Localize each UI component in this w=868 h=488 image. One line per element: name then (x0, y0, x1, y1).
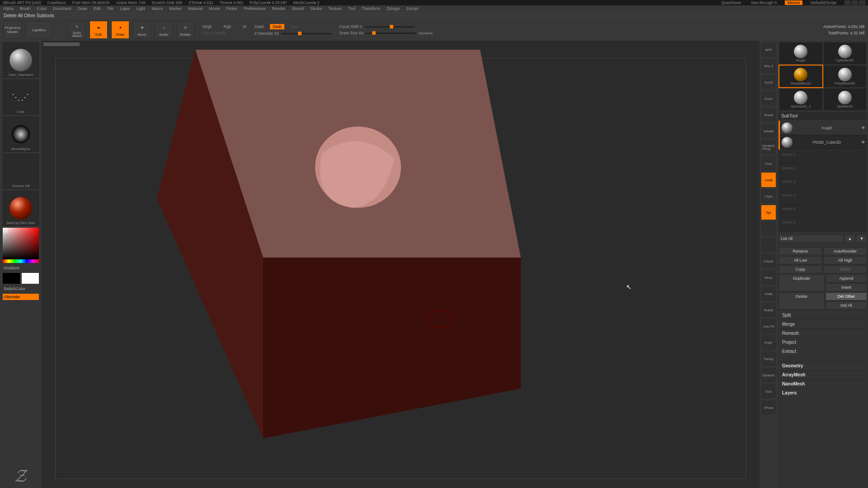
texture-selector[interactable]: Texture Off (3, 154, 39, 189)
menu-macro[interactable]: Macro (150, 6, 164, 11)
menu-tool[interactable]: Tool (347, 6, 357, 11)
shelf-btn12[interactable] (761, 238, 776, 252)
switchcolor-button[interactable]: SwitchColor (3, 286, 39, 292)
rename-button[interactable]: Rename (778, 247, 822, 255)
edit-mode-button[interactable]: ⬌Edit (90, 21, 108, 39)
section-project[interactable]: Project (778, 338, 867, 347)
zcut-toggle[interactable]: Zcut (291, 24, 299, 29)
shelf-btn11[interactable] (761, 221, 776, 236)
subtool-pm3d_cube3d[interactable]: PM3D_Cube3D👁 (780, 135, 867, 150)
visibility-icon[interactable]: 👁 (861, 126, 865, 130)
menu-zscript[interactable]: Zscript (405, 6, 420, 11)
rotate-mode-button[interactable]: ⟳Rotate (176, 21, 194, 39)
zsub-toggle[interactable]: Zsub (270, 24, 284, 29)
menu-stencil[interactable]: Stencil (290, 6, 305, 11)
shelf-aahalf[interactable]: AAHalf (761, 124, 776, 138)
section-layers[interactable]: Layers (778, 388, 867, 397)
stroke-selector[interactable]: ⋱⋰ Dots (3, 80, 39, 115)
alpha-selector[interactable]: BrushAlpha (3, 117, 39, 152)
section-arraymesh[interactable]: ArrayMesh (778, 370, 867, 379)
shelf-dynamic[interactable]: Dynamic (761, 368, 776, 382)
shelf-dynamic-persp[interactable]: Dynamic Persp (761, 140, 776, 155)
menus-toggle[interactable]: Menus (785, 0, 802, 5)
shelf-xyz[interactable]: Xyz (761, 205, 776, 220)
shelf-zoom[interactable]: Zoom (761, 91, 776, 106)
seethrough-slider[interactable]: See-through 0 (749, 0, 778, 5)
section-extract[interactable]: Extract (778, 347, 867, 356)
section-geometry[interactable]: Geometry (778, 361, 867, 370)
delete-button[interactable]: Delete (778, 292, 825, 310)
shelf-lsym[interactable]: LSym (761, 189, 776, 203)
menu-color[interactable]: Color (36, 6, 48, 11)
shelf-scroll[interactable]: Scroll (761, 75, 776, 89)
menu-preferences[interactable]: Preferences (242, 6, 267, 11)
menu-stroke[interactable]: Stroke (309, 6, 323, 11)
shelf-scale[interactable]: Scale (761, 286, 776, 301)
autoreorder-button[interactable]: AutoReorder (823, 247, 867, 255)
shelf-actual[interactable]: Actual (761, 108, 776, 122)
menu-render[interactable]: Render (271, 6, 287, 11)
rgb-toggle[interactable]: Rgb (224, 24, 231, 29)
gradient-toggle[interactable]: Gradient (3, 265, 39, 271)
minimize-icon[interactable] (844, 0, 851, 5)
move-mode-button[interactable]: ✥Move (133, 21, 151, 39)
paste-button[interactable]: Paste (823, 265, 867, 273)
arrow-up-icon[interactable]: ▲ (844, 235, 855, 243)
tool-simplebrush[interactable]: SimpleBrush (779, 66, 822, 87)
all-high-button[interactable]: All High (823, 256, 867, 264)
section-nanomesh[interactable]: NanoMesh (778, 379, 867, 388)
shelf-spix-3[interactable]: SPix 3 (761, 59, 776, 73)
menu-marker[interactable]: Marker (168, 6, 183, 11)
section-split[interactable]: Split (778, 310, 867, 319)
menu-edit[interactable]: Edit (92, 6, 102, 11)
projection-master-button[interactable]: Projection Master (4, 21, 22, 39)
m-toggle[interactable]: M (243, 24, 246, 29)
draw-size-slider[interactable]: Draw Size 64 (340, 31, 364, 35)
subtool-header[interactable]: SubTool (778, 112, 867, 120)
shelf-rotate[interactable]: Rotate (761, 303, 776, 317)
menu-material[interactable]: Material (187, 6, 204, 11)
insert-button[interactable]: Insert (826, 283, 867, 291)
menu-draw[interactable]: Draw (76, 6, 89, 11)
visibility-icon[interactable]: 👁 (861, 140, 865, 145)
color-picker[interactable] (3, 228, 39, 259)
tool-cylinder3d[interactable]: Cylinder3D (824, 42, 867, 64)
lightbox-button[interactable]: LightBox (25, 21, 52, 39)
menu-movie[interactable]: Movie (208, 6, 221, 11)
doc-scroll[interactable] (43, 42, 80, 46)
menu-file[interactable]: File (106, 6, 115, 11)
menu-document[interactable]: Document (52, 6, 73, 11)
primary-color[interactable] (22, 273, 39, 284)
maximize-icon[interactable] (852, 0, 858, 5)
draw-mode-button[interactable]: ✦Draw (111, 21, 129, 39)
tool-sphere3d[interactable]: Sphere3D (824, 89, 867, 110)
menu-alpha[interactable]: Alpha (2, 6, 15, 11)
shelf-polyf[interactable]: PolyF (761, 335, 776, 350)
shelf-transp[interactable]: Transp (761, 352, 776, 366)
menu-picker[interactable]: Picker (225, 6, 239, 11)
menu-transform[interactable]: Transform (360, 6, 382, 11)
tool-polymesh3d[interactable]: PolyMesh3D (824, 66, 867, 87)
shelf-bpr[interactable]: BPR (761, 42, 776, 57)
quicksketch-button[interactable]: ✎Quick Sketch (68, 21, 86, 39)
del-other-button[interactable]: Del Other (826, 292, 867, 300)
tool-sphere3d_1[interactable]: Sphere3D_1 (779, 89, 822, 110)
mrgb-toggle[interactable]: Mrgb (203, 24, 212, 29)
del-all-button[interactable]: Del All (826, 301, 867, 310)
menu-layer[interactable]: Layer (118, 6, 132, 11)
shelf-solo[interactable]: Solo (761, 384, 776, 399)
scale-mode-button[interactable]: ⤢Scale (155, 21, 173, 39)
tool-kugel[interactable]: Kugel (779, 42, 822, 64)
quicksave-button[interactable]: QuickSave (719, 0, 743, 5)
duplicate-button[interactable]: Duplicate (778, 274, 825, 291)
menu-light[interactable]: Light (135, 6, 147, 11)
all-low-button[interactable]: All Low (778, 256, 822, 264)
section-remesh[interactable]: Remesh (778, 328, 867, 338)
z-intensity-slider[interactable]: Z Intensity 33 (255, 31, 279, 36)
subtool-kugel[interactable]: Kugel👁 (780, 121, 867, 135)
default-zscript[interactable]: DefaultZScript (809, 0, 838, 5)
hue-slider[interactable] (3, 259, 39, 263)
copy-button[interactable]: Copy (778, 265, 822, 273)
list-all-button[interactable]: List All (778, 235, 844, 243)
shelf-line-fill[interactable]: Line Fill (761, 319, 776, 333)
